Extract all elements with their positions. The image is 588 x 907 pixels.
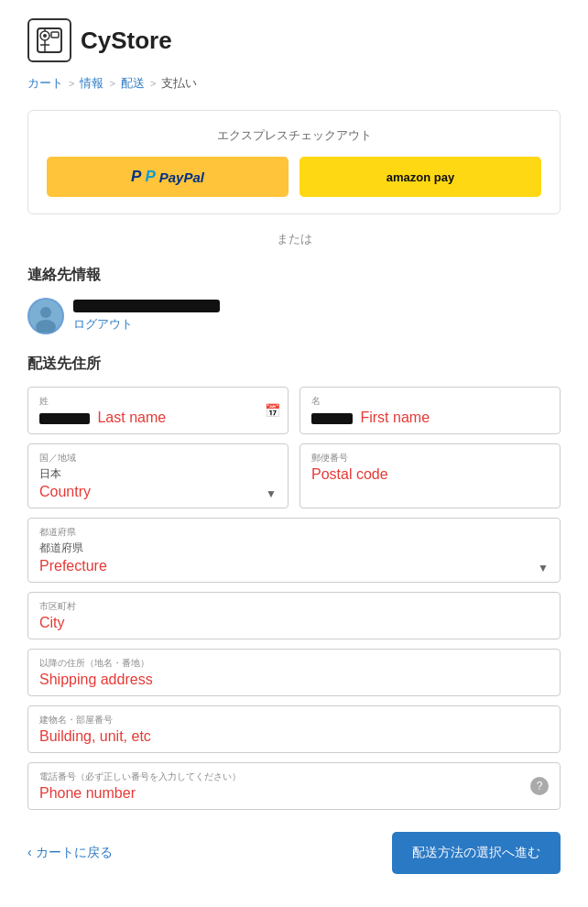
first-name-value: First name [311, 410, 430, 425]
user-info: ログアウト [73, 300, 220, 333]
shipping-row: 以降の住所（地名・番地） Shipping address [27, 649, 561, 696]
last-name-label: 姓 [39, 395, 277, 408]
breadcrumb-current: 支払い [161, 75, 197, 92]
header: CyStore [27, 18, 561, 62]
prefecture-field[interactable]: 都道府県 都道府県 Prefecture ▼ [27, 518, 561, 583]
express-buttons: PP PayPal amazon pay [47, 157, 541, 197]
prefecture-row: 都道府県 都道府県 Prefecture ▼ [27, 518, 561, 583]
last-name-field[interactable]: 姓 Last name 📅 [27, 387, 289, 434]
name-row: 姓 Last name 📅 名 First name [27, 387, 561, 434]
svg-point-8 [40, 307, 51, 318]
postal-code-field[interactable]: 郵便番号 Postal code [299, 443, 561, 508]
postal-value: Postal code [311, 466, 388, 482]
phone-field[interactable]: 電話番号（必ず正しい番号を入力してください） Phone number ? [27, 762, 561, 810]
country-value: Country [39, 484, 91, 500]
logout-link[interactable]: ログアウト [73, 316, 220, 333]
contact-info-section: 連絡先情報 ログアウト [27, 266, 561, 334]
logo-icon [27, 18, 71, 62]
breadcrumb-info[interactable]: 情報 [80, 75, 103, 92]
svg-point-2 [43, 34, 47, 38]
shipping-value: Shipping address [39, 672, 153, 687]
avatar [27, 298, 64, 334]
prefecture-value: Prefecture [39, 558, 107, 574]
paypal-button[interactable]: PP PayPal [47, 157, 289, 197]
prefecture-label: 都道府県 [39, 526, 549, 539]
next-button[interactable]: 配送方法の選択へ進む [392, 832, 561, 874]
shipping-label: 以降の住所（地名・番地） [39, 657, 549, 670]
shipping-address-field[interactable]: 以降の住所（地名・番地） Shipping address [27, 649, 561, 696]
address-section-title: 配送先住所 [27, 355, 561, 374]
amazon-label: amazon pay [387, 170, 454, 184]
phone-row: 電話番号（必ず正しい番号を入力してください） Phone number ? [27, 762, 561, 810]
building-value: Building, unit, etc [39, 728, 151, 744]
sep1: > [69, 78, 74, 89]
postal-label: 郵便番号 [311, 452, 549, 464]
phone-label: 電話番号（必ず正しい番号を入力してください） [39, 770, 530, 783]
address-section: 配送先住所 姓 Last name 📅 名 First name 国／地域 日本… [27, 355, 561, 810]
user-row: ログアウト [27, 298, 561, 334]
country-postal-row: 国／地域 日本 Country ▼ 郵便番号 Postal code [27, 443, 561, 508]
prefecture-dropdown-arrow: ▼ [538, 562, 549, 574]
building-row: 建物名・部屋番号 Building, unit, etc [27, 705, 561, 753]
sep3: > [150, 78, 156, 89]
logo-text: CyStore [81, 27, 172, 55]
building-field[interactable]: 建物名・部屋番号 Building, unit, etc [27, 705, 561, 753]
first-name-label: 名 [311, 395, 549, 408]
city-row: 市区町村 City [27, 592, 561, 639]
phone-value: Phone number [39, 785, 136, 801]
or-divider: または [27, 231, 561, 247]
last-name-value: Last name [39, 410, 166, 425]
breadcrumb-shipping[interactable]: 配送 [121, 75, 145, 92]
breadcrumb: カート > 情報 > 配送 > 支払い [27, 75, 561, 92]
phone-help-icon[interactable]: ? [530, 777, 549, 795]
country-sub: 日本 [39, 466, 277, 482]
user-name-redacted [73, 300, 220, 312]
first-name-field[interactable]: 名 First name [299, 387, 561, 434]
city-field[interactable]: 市区町村 City [27, 592, 561, 639]
country-field[interactable]: 国／地域 日本 Country ▼ [27, 443, 289, 508]
contact-section-title: 連絡先情報 [27, 266, 561, 285]
express-title: エクスプレスチェックアウト [47, 127, 541, 144]
city-label: 市区町村 [39, 600, 549, 613]
breadcrumb-cart[interactable]: カート [27, 75, 63, 92]
sep2: > [109, 78, 114, 89]
city-value: City [39, 615, 65, 630]
express-checkout-section: エクスプレスチェックアウト PP PayPal amazon pay [27, 110, 561, 214]
prefecture-sub: 都道府県 [39, 541, 549, 556]
calendar-icon: 📅 [265, 403, 280, 418]
back-to-cart-link[interactable]: ‹ カートに戻る [27, 845, 113, 861]
country-label: 国／地域 [39, 452, 277, 464]
amazon-pay-button[interactable]: amazon pay [299, 157, 541, 197]
building-label: 建物名・部屋番号 [39, 714, 549, 727]
paypal-logo: PP PayPal [131, 168, 204, 186]
footer: ‹ カートに戻る 配送方法の選択へ進む [27, 832, 561, 874]
country-dropdown-arrow: ▼ [266, 487, 277, 500]
